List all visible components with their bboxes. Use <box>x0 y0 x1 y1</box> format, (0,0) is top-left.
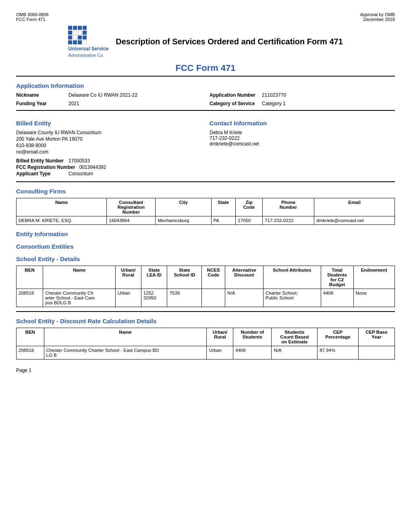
entity-information-section: Entity Information <box>16 231 395 237</box>
applicant-type-label: Applicant Type <box>16 171 64 177</box>
school-entity-details-heading: School Entity - Details <box>16 256 395 262</box>
fcc-form-title: FCC Form 471 <box>16 63 395 73</box>
form-number: FCC Form 471 <box>16 17 49 22</box>
consultant-reg-number: 16043864 <box>107 216 156 224</box>
col-alt-discount: AlternativeDiscount <box>225 266 264 289</box>
school-entity-details-table: BEN Name Urban/Rural StateLEA ID StateSc… <box>16 266 395 307</box>
col-zip: ZipCode <box>236 198 263 216</box>
contact-phone: 717-232-0222 <box>210 135 395 141</box>
logo: Universal Service Administrative Co. <box>68 26 108 58</box>
school-entity-details-section: School Entity - Details BEN Name Urban/R… <box>16 256 395 307</box>
date-text: December 2018 <box>360 17 395 22</box>
col-cep-base-year: CEP BaseYear <box>358 328 394 346</box>
school-entity-discount-heading: School Entity - Discount Rate Calculatio… <box>16 318 395 324</box>
col-num-students: Number ofStudents <box>233 328 272 346</box>
col-city: City <box>156 198 211 216</box>
billed-entity-number-row: Billed Entity Number 17000533 <box>16 158 201 164</box>
discount-count-based: N/A <box>272 346 318 359</box>
category-label: Category of Service <box>210 101 258 106</box>
consultant-city: Mechanicsburg <box>156 216 211 224</box>
table-row: DEBRA M. KRIETE, ESQ. 16043864 Mechanics… <box>17 216 395 224</box>
billed-entity-number-label: Billed Entity Number <box>16 158 64 164</box>
col-endowment: Endowment <box>353 266 394 289</box>
divider-4 <box>16 311 395 312</box>
col-state-lea-id: StateLEA ID <box>141 266 167 289</box>
consultant-state: PA <box>211 216 236 224</box>
col-name: Name <box>17 198 107 216</box>
col-students-count-based: StudentsCount Basedon Estimate <box>272 328 318 346</box>
consultant-email: dmkriete@comcast.net <box>314 216 395 224</box>
approval-text: Approval by OMB <box>360 12 395 17</box>
entity-information-heading: Entity Information <box>16 231 395 237</box>
billed-entity-email: no@email.com <box>16 149 201 155</box>
col-total-students: TotalStudentsfor C2Budget <box>321 266 353 289</box>
discount-header-row: BEN Name Urban/Rural Number ofStudents S… <box>17 328 395 346</box>
school-total-students: 4406 <box>321 289 353 307</box>
col-ben: BEN <box>17 328 44 346</box>
school-endowment: None <box>353 289 394 307</box>
billed-entity-heading: Billed Entity <box>16 120 201 127</box>
divider-1 <box>16 76 395 77</box>
contact-block: Debra M Kriete 717-232-0222 dmkriete@com… <box>210 130 395 147</box>
school-name: Chester Community Charter School - East … <box>43 289 116 307</box>
page-title: Description of Services Ordered and Cert… <box>116 37 343 46</box>
app-number-label: Application Number <box>210 92 258 98</box>
contact-email: dmkriete@comcast.net <box>210 141 395 147</box>
contact-information-section: Contact Information Debra M Kriete 717-2… <box>210 114 395 177</box>
consultant-phone: 717-232-0222 <box>262 216 314 224</box>
billed-contact-section: Billed Entity Delaware County IU RWAN Co… <box>16 114 395 177</box>
col-state-school-id: StateSchool ID <box>167 266 202 289</box>
application-information-section: Application Information Nickname Delawar… <box>16 82 395 108</box>
header-right: Approval by OMB December 2018 <box>360 12 395 22</box>
application-info-grid: Nickname Delaware Co IU RWAN 2021-22 App… <box>16 92 395 108</box>
billed-entity-section: Billed Entity Delaware County IU RWAN Co… <box>16 114 201 177</box>
col-name: Name <box>44 328 207 346</box>
consulting-firms-header-row: Name ConsultantRegistrationNumber City S… <box>17 198 395 216</box>
category-row: Category of Service Category 1 <box>210 101 395 106</box>
discount-cep-base-year <box>358 346 394 359</box>
fcc-reg-row: FCC Registration Number 0013944392 <box>16 164 201 170</box>
contact-name: Debra M Kriete <box>210 130 395 135</box>
fcc-reg-label: FCC Registration Number <box>16 164 75 170</box>
consortium-entities-heading: Consortium Entities <box>16 243 395 250</box>
applicant-type-value: Consortium <box>68 171 93 177</box>
consulting-firms-heading: Consulting Firms <box>16 188 395 195</box>
table-row: 208516 Chester Community Charter School … <box>17 289 395 307</box>
nickname-value: Delaware Co IU RWAN 2021-22 <box>68 92 137 98</box>
header-left: OMB 3060-0806 FCC Form 471 <box>16 12 49 22</box>
funding-year-row: Funding Year 2021 <box>16 101 201 106</box>
divider-3 <box>16 181 395 182</box>
nickname-label: Nickname <box>16 92 64 98</box>
col-ben: BEN <box>17 266 43 289</box>
school-urban-rural: Urban <box>115 289 141 307</box>
application-information-heading: Application Information <box>16 82 395 89</box>
app-number-row: Application Number 211023770 <box>210 92 395 98</box>
discount-urban-rural: Urban <box>207 346 233 359</box>
nickname-row: Nickname Delaware Co IU RWAN 2021-22 <box>16 92 201 98</box>
col-consultant-reg: ConsultantRegistrationNumber <box>107 198 156 216</box>
school-details-header-row: BEN Name Urban/Rural StateLEA ID StateSc… <box>17 266 395 289</box>
fcc-reg-value: 0013944392 <box>79 164 106 170</box>
col-urban-rural: Urban/Rural <box>207 328 233 346</box>
discount-ben: 208516 <box>17 346 44 359</box>
col-school-attributes: School Attributes <box>263 266 321 289</box>
school-state-lea-id: 125232950 <box>141 289 167 307</box>
funding-year-value: 2021 <box>68 101 79 106</box>
consortium-entities-section: Consortium Entities <box>16 243 395 250</box>
col-name: Name <box>43 266 116 289</box>
school-attributes: Charter School;Public School <box>263 289 321 307</box>
contact-information-heading: Contact Information <box>210 120 395 127</box>
divider-2 <box>16 110 395 111</box>
consultant-name: DEBRA M. KRIETE, ESQ. <box>17 216 107 224</box>
logo-text: Universal Service Administrative Co. <box>68 46 108 58</box>
omb-number: OMB 3060-0806 <box>16 12 49 17</box>
school-nces-code <box>202 289 225 307</box>
school-ben: 208516 <box>17 289 43 307</box>
billed-meta: Billed Entity Number 17000533 FCC Regist… <box>16 158 201 177</box>
consultant-zip: 17050 <box>236 216 263 224</box>
col-phone: PhoneNumber <box>262 198 314 216</box>
billed-entity-number-value: 17000533 <box>68 158 90 164</box>
discount-cep-percentage: 87.94% <box>318 346 358 359</box>
col-urban-rural: Urban/Rural <box>115 266 141 289</box>
col-cep-percentage: CEPPercentage <box>318 328 358 346</box>
